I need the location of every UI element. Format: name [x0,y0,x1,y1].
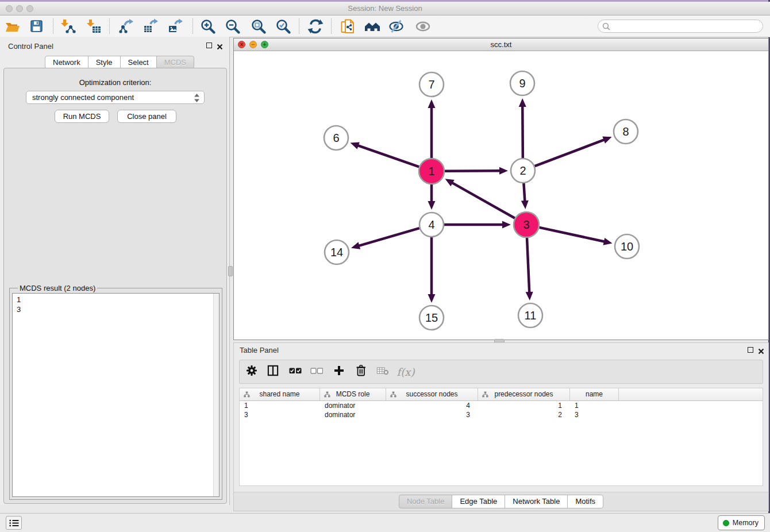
close-table-panel-icon[interactable] [758,346,764,357]
apply-layout-icon[interactable] [307,18,324,34]
open-session-icon[interactable] [5,18,21,34]
column-header-successor-nodes[interactable]: successor nodes [386,388,478,400]
graph-node[interactable]: 1 [419,159,444,184]
select-all-columns-icon[interactable] [289,367,302,377]
network-frame-titlebar[interactable]: × − + scc.txt [234,38,768,51]
graph-node[interactable]: 10 [615,234,639,259]
table-row[interactable]: 3dominator323 [240,410,763,419]
graph-node[interactable]: 2 [511,159,535,183]
graph-edge[interactable] [351,228,419,249]
control-panel-tabs: Network Style Select MCDS [45,56,194,69]
new-network-from-selection-icon[interactable] [340,18,356,34]
graph-edge[interactable] [444,221,511,229]
graph-edge[interactable] [535,136,612,166]
add-column-icon[interactable] [333,365,345,379]
zoom-window-button[interactable] [26,5,33,12]
graph-edge[interactable] [445,179,515,218]
table-cell: 1 [240,401,320,410]
status-bar: Memory [0,513,770,532]
memory-button[interactable]: Memory [718,515,765,530]
zoom-selected-icon[interactable] [275,18,291,34]
graph-edge[interactable] [428,99,436,158]
tab-node-table[interactable]: Node Table [399,495,453,508]
close-frame-button[interactable]: × [238,41,245,48]
graph-node[interactable]: 3 [514,212,539,237]
export-image-icon[interactable] [168,18,184,34]
search-input[interactable] [613,21,759,33]
close-window-button[interactable] [6,5,13,12]
settings-icon[interactable] [247,365,257,379]
criterion-select[interactable]: strongly connected component [26,91,205,104]
tab-mcds[interactable]: MCDS [156,56,194,69]
clear-column-selection-icon[interactable] [310,367,323,377]
show-graphics-details-icon[interactable] [415,18,431,34]
function-builder-icon[interactable]: f(x) [397,366,415,378]
float-panel-icon[interactable] [206,43,212,48]
graph-edge[interactable] [539,228,612,245]
graph-node[interactable]: 9 [510,71,534,95]
zoom-in-icon[interactable] [200,18,216,34]
column-header-mcds-role[interactable]: MCDS role [320,388,386,400]
delete-table-icon[interactable] [377,366,389,377]
graph-node[interactable]: 4 [419,213,444,237]
export-table-icon[interactable] [143,18,159,34]
minimize-window-button[interactable] [16,5,23,12]
control-panel: Control Panel Network Style Select MCDS … [0,37,230,505]
main-toolbar [0,16,770,37]
graph-edge[interactable] [521,183,529,209]
table-row[interactable]: 1dominator411 [240,401,763,410]
maximize-frame-button[interactable]: + [261,41,268,48]
tab-motifs[interactable]: Motifs [567,495,603,508]
mcds-result-list[interactable]: 13 [12,293,220,497]
graph-node[interactable]: 6 [324,126,348,150]
hide-selected-icon[interactable] [388,18,405,34]
graph-node-label: 1 [428,165,434,178]
graph-edge[interactable] [351,142,419,167]
float-table-panel-icon[interactable] [748,347,753,353]
titlebar: Session: New Session [0,2,770,16]
close-panel-icon[interactable] [217,42,223,52]
result-scrollbar[interactable] [213,294,219,496]
show-columns-icon[interactable] [268,365,279,379]
zoom-out-icon[interactable] [225,18,241,34]
window-title: Session: New Session [0,2,770,15]
graph-node[interactable]: 7 [419,72,444,97]
tab-edge-table[interactable]: Edge Table [452,495,505,508]
edit-column-icon [390,391,396,398]
table-panel: Table Panel f(x) shared n [233,342,769,511]
graph-edge[interactable] [519,98,526,158]
graph-node-label: 14 [330,246,343,259]
column-header-name[interactable]: name [570,388,619,400]
graph-edge[interactable] [428,184,436,210]
table-header: shared name MCDS role successor nodes pr… [240,388,763,401]
import-network-icon[interactable] [60,18,76,34]
close-panel-button[interactable]: Close panel [117,110,176,123]
minimize-frame-button[interactable]: − [249,41,257,48]
graph-edge[interactable] [445,167,508,175]
graph-node[interactable]: 11 [518,303,542,327]
export-network-icon[interactable] [118,18,134,34]
graph-node[interactable]: 15 [419,306,444,330]
column-header-shared-name[interactable]: shared name [240,388,320,400]
graph-edge[interactable] [526,238,533,300]
vertical-splitter-handle[interactable] [228,266,233,276]
tab-network-table[interactable]: Network Table [505,495,568,508]
first-neighbors-icon[interactable] [364,18,380,34]
graph-edge[interactable] [428,237,436,303]
graph-node-label: 3 [523,218,529,231]
graph-node[interactable]: 14 [325,240,349,264]
zoom-fit-icon[interactable] [251,18,267,34]
run-mcds-button[interactable]: Run MCDS [55,110,109,123]
task-history-button[interactable] [6,516,22,530]
graph-node[interactable]: 8 [614,119,638,144]
column-header-predecessor-nodes[interactable]: predecessor nodes [478,388,570,400]
graph-node-label: 10 [621,240,633,253]
import-table-icon[interactable] [86,18,102,34]
delete-column-icon[interactable] [355,365,367,379]
search-box[interactable] [598,20,763,33]
tab-network[interactable]: Network [45,56,88,69]
network-canvas[interactable]: 1234678910111415 [234,51,768,340]
tab-style[interactable]: Style [88,56,121,69]
save-session-icon[interactable] [29,18,45,34]
tab-select[interactable]: Select [120,56,157,69]
